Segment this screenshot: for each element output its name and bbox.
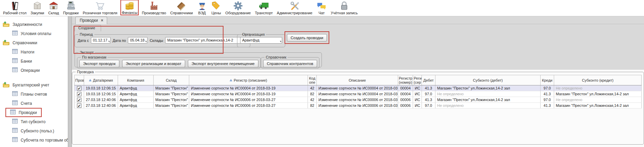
sidebar-item-subaccounts-trade[interactable]: Субсчета по торговым объектам [10, 135, 68, 145]
ledger-icon [10, 1, 20, 11]
sidebar-item-accounting[interactable]: Бухгалтерский учет [0, 80, 68, 89]
shopping-cart-icon [95, 1, 105, 11]
export-internal-transfer-button[interactable]: Экспорт внутреннее перемещение [188, 60, 258, 67]
column-header[interactable]: Описание [317, 75, 398, 85]
column-header[interactable]: Код опе [308, 75, 317, 85]
folder-icon [3, 21, 9, 28]
date-from-input[interactable]: 01.12.17 [91, 37, 111, 44]
toolbar-item-sales[interactable]: Продажи [62, 0, 80, 15]
sidebar-splitter[interactable] [68, 16, 72, 147]
toolbar-item-ved[interactable]: ВЭД [196, 0, 208, 15]
toolbar-item-finances[interactable]: Финансы [120, 0, 139, 15]
toolbar-item-administration[interactable]: Администрирование [276, 0, 313, 15]
tab-close-icon[interactable]: × [101, 19, 103, 22]
sidebar-item-label: Налоги [21, 50, 34, 54]
cell-register-description: Изменение сортности № ИС00006 от 2018-03… [189, 97, 308, 103]
cell-operation-code: 82 [308, 91, 317, 97]
toolbar-item-equipment[interactable]: Оборудование [225, 0, 252, 15]
cell-register-number: 00006 [398, 97, 413, 103]
create-postings-button[interactable]: Создать проводки [287, 34, 327, 42]
toolbar-item-account[interactable]: Учётная запись [330, 0, 359, 15]
export-postings-button[interactable]: Экспорт проводок [79, 60, 119, 67]
folder-icon [3, 82, 9, 88]
toolbar-item-purchases[interactable]: Закупки [30, 0, 45, 15]
tools-icon [290, 1, 300, 11]
grid-icon [12, 49, 18, 55]
column-header-label: Описание [349, 78, 366, 82]
date-to-input[interactable]: 05.04.18 [128, 37, 148, 44]
dropdown-arrow-icon [280, 41, 281, 43]
column-header[interactable]: Дата/время [84, 75, 118, 85]
table-row[interactable]: ✔19.03.18 12:06:15АрвитфудМагазин "Прест… [75, 91, 642, 97]
book-icon [176, 1, 187, 11]
toolbar-item-prices[interactable]: Цены [210, 0, 222, 15]
toolbar-item-label: Производство [142, 11, 166, 15]
column-header[interactable]: Прове [75, 75, 84, 85]
cell-register-series: ИС [413, 91, 422, 97]
organization-select[interactable]: Арвитфуд [240, 37, 282, 44]
row-checkbox[interactable]: ✔ [77, 98, 81, 102]
sidebar-item-operations[interactable]: Операции [10, 66, 68, 75]
sidebar-item-subconto-user[interactable]: Субконто (польз.) [10, 126, 68, 135]
sidebar-item-label: Операции [21, 68, 40, 73]
toolbar-item-label: Закупки [31, 11, 44, 15]
sidebar-item-postings[interactable]: Проводки [5, 108, 42, 117]
toolbar-item-directories[interactable]: Справочники [169, 0, 194, 15]
toolbar-item-production[interactable]: Производство [141, 0, 167, 15]
cell-company: Арвитфуд [118, 91, 154, 97]
sidebar-item-directories[interactable]: Справочники [0, 38, 68, 47]
sidebar-item-payment-terms[interactable]: Условия оплаты [10, 29, 68, 38]
column-header[interactable]: Креди [541, 75, 554, 85]
sidebar-item-accounts[interactable]: Счета [10, 99, 68, 108]
cell-subconto-debit: Не определено [435, 103, 541, 109]
folder-icon [3, 39, 9, 46]
toolbar-item-retail[interactable]: Розничная торговля [82, 0, 118, 15]
stores-select[interactable]: Магазин "Престон" ул.Ложинская,14-2 [165, 37, 247, 44]
sidebar-item-debts[interactable]: Задолженности [0, 20, 68, 29]
cell-register-number: 00006 [398, 103, 413, 109]
column-header[interactable]: Регистр (описание) [189, 75, 308, 85]
export-sales-returns-button[interactable]: Экспорт реализации и возврат [122, 60, 185, 67]
toolbar-item-chat[interactable]: Чат [315, 0, 328, 15]
table-row[interactable]: ✔27.03.18 12:40:06АрвитфудМагазин "Прест… [75, 103, 642, 109]
column-header[interactable]: Субконто (дебет) [435, 75, 541, 85]
tab-provodki[interactable]: Проводки × [75, 17, 107, 24]
counterparties-directory-button[interactable]: Справочник контрагентов [263, 60, 317, 67]
stores-value: Магазин "Престон" ул.Ложинская,14-2 [167, 38, 233, 42]
row-checkbox[interactable]: ✔ [77, 103, 81, 108]
column-header-label: Реги (сер [414, 76, 422, 84]
toolbar-item-desktop[interactable]: Рабочий стол [2, 0, 27, 15]
row-checkbox[interactable]: ✔ [77, 86, 81, 91]
date-from-value: 01.12.17 [93, 38, 108, 42]
sort-asc-icon [230, 79, 232, 81]
column-header[interactable]: Дебет [422, 75, 435, 85]
sidebar-item-label: Субсчета по торговым объектам [21, 138, 68, 143]
toolbar-item-transport[interactable]: Транспорт [254, 0, 274, 15]
cell-company: Арвитфуд [118, 103, 154, 109]
cell-subconto-credit: Магазин "Престон" ул.Ложинская,14-2 зал [554, 91, 642, 97]
column-header-label: Креди [542, 78, 552, 82]
column-header-label: Дебет [423, 78, 433, 82]
sidebar-item-banks[interactable]: Банки [10, 56, 68, 66]
grid-icon [12, 58, 18, 64]
directory-fieldset: Справочник Справочник контрагентов [261, 55, 319, 68]
sidebar-item-subconto-type[interactable]: Тип субконто [10, 117, 68, 126]
column-header[interactable]: Субконто (кредит) [554, 75, 642, 85]
column-header[interactable]: Регистр (номер) [398, 75, 413, 85]
cell-operation-code: 42 [308, 97, 317, 103]
grid-icon [12, 137, 18, 143]
column-header[interactable]: Компания [118, 75, 154, 85]
cell-warehouse: Магазин "Престон" ул.Ло: [154, 103, 189, 109]
column-header-label: Субконто (кредит) [582, 78, 613, 82]
row-checkbox[interactable]: ✔ [77, 92, 81, 96]
column-header[interactable]: Реги (сер [413, 75, 422, 85]
column-header[interactable]: Склад [154, 75, 189, 85]
table-row[interactable]: ✔27.03.18 12:40:06АрвитфудМагазин "Прест… [75, 97, 642, 103]
toolbar-item-label: Чат [318, 11, 325, 15]
table-row[interactable]: ✔19.03.18 12:06:15АрвитфудМагазин "Прест… [75, 85, 642, 91]
sidebar-item-taxes[interactable]: Налоги [10, 47, 68, 56]
cell-register-number: 00004 [398, 91, 413, 97]
toolbar-item-label: ВЭД [198, 11, 206, 15]
toolbar-item-warehouse[interactable]: Склад [47, 0, 60, 15]
sidebar-item-chart-of-accounts[interactable]: Планы счетов [10, 89, 68, 99]
